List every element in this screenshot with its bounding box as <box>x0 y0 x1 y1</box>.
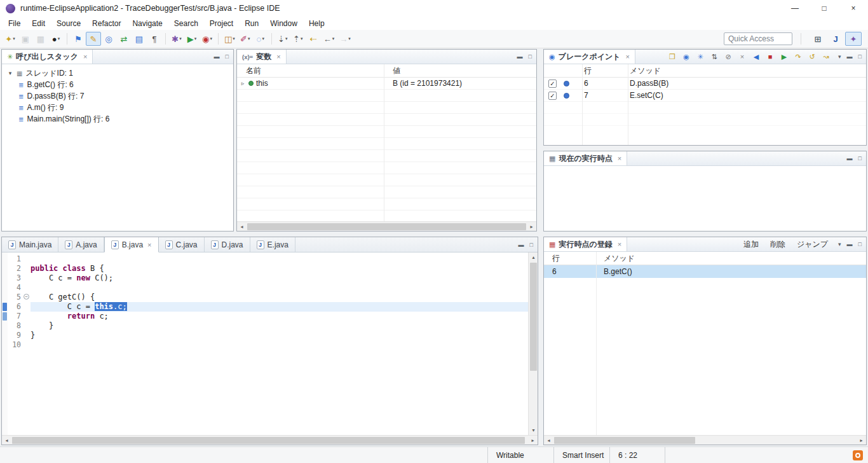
call-stack-frame[interactable]: ≣D.passB(B) 行: 7 <box>2 90 233 102</box>
breakpoint-checkbox[interactable]: ✓ <box>548 92 557 100</box>
close-window-button[interactable]: × <box>839 0 868 17</box>
scroll-right-icon[interactable]: ▸ <box>527 222 536 231</box>
minimize-view-icon[interactable]: ▬ <box>214 53 220 60</box>
column-header-value[interactable]: 値 <box>384 64 536 77</box>
call-stack-frame[interactable]: ≣B.getC() 行: 6 <box>2 79 233 90</box>
minimize-view-icon[interactable]: ▬ <box>519 242 524 248</box>
scroll-left-icon[interactable]: ◂ <box>237 222 247 231</box>
account-button[interactable]: ●▾ <box>48 32 64 46</box>
open-trace-button[interactable]: ◫▾ <box>222 32 238 46</box>
editor-tab-c-java[interactable]: JC.java <box>159 237 205 252</box>
scrollbar-thumb[interactable] <box>12 437 525 444</box>
editor-hscrollbar[interactable]: ◂ ▸ <box>2 435 538 445</box>
scroll-right-icon[interactable]: ▸ <box>857 436 866 445</box>
variable-expander-icon[interactable]: ▹ <box>240 80 246 86</box>
column-header-method[interactable]: メソッド <box>628 64 866 77</box>
close-view-icon[interactable]: × <box>83 53 87 60</box>
code-area[interactable]: public class B { C c = new C(); C getC()… <box>31 254 528 350</box>
show-whitespace-button[interactable]: ¶ <box>147 32 162 46</box>
code-line[interactable]: } <box>31 331 528 340</box>
trace-edit-button[interactable]: ✎ <box>86 32 101 46</box>
menu-navigate[interactable]: Navigate <box>126 18 168 29</box>
scroll-left-icon[interactable]: ◂ <box>544 436 553 445</box>
add-button[interactable]: 追加 <box>738 239 764 250</box>
exec-points-view-tab[interactable]: ▦ 実行時点の登録 × <box>544 237 627 251</box>
editor-body[interactable]: 12345678910 − public class B { C c = new… <box>2 252 538 435</box>
forward-button[interactable]: →▾ <box>337 32 353 46</box>
fold-collapse-icon[interactable]: − <box>24 294 29 300</box>
scroll-right-icon[interactable]: ▸ <box>528 436 538 445</box>
scroll-left-icon[interactable]: ◂ <box>2 436 11 445</box>
maximize-view-icon[interactable]: □ <box>858 155 862 162</box>
remove-breakpoint-button[interactable]: × <box>736 50 749 63</box>
menu-window[interactable]: Window <box>264 18 303 29</box>
column-header-line[interactable]: 行 <box>582 64 628 77</box>
convert-breakpoint-button[interactable]: ✳ <box>694 50 707 63</box>
search-trace-button[interactable]: ✐▾ <box>238 32 253 46</box>
step-back-button[interactable]: ◀ <box>750 50 763 63</box>
menu-help[interactable]: Help <box>303 18 330 29</box>
maximize-view-icon[interactable]: □ <box>858 53 862 60</box>
code-line[interactable]: C c = new C(); <box>31 273 528 283</box>
column-header-check[interactable] <box>544 64 582 77</box>
menu-project[interactable]: Project <box>204 18 239 29</box>
call-stack-view-tab[interactable]: ✳ 呼び出しスタック × <box>2 50 93 64</box>
minimize-view-icon[interactable]: ▬ <box>517 53 523 60</box>
current-exec-view-tab[interactable]: ▦ 現在の実行時点 × <box>544 151 627 165</box>
mark-occurrences-button[interactable]: ◌▾ <box>253 32 268 46</box>
variables-view-tab[interactable]: (x)= 変数 × <box>237 50 287 64</box>
close-view-icon[interactable]: × <box>618 240 621 248</box>
column-header-name[interactable]: 名前 <box>237 64 384 77</box>
editor-vscrollbar[interactable]: ▴ ▾ <box>528 252 538 435</box>
view-menu-icon[interactable]: ▾ <box>838 53 841 60</box>
code-line[interactable] <box>31 254 528 264</box>
maximize-view-icon[interactable]: □ <box>226 53 229 60</box>
maximize-view-icon[interactable]: □ <box>530 242 533 248</box>
maximize-view-icon[interactable]: □ <box>529 53 532 60</box>
column-header-method[interactable]: メソッド <box>596 252 866 265</box>
sort-breakpoints-button[interactable]: ⇅ <box>708 50 721 63</box>
last-edit-location-button[interactable]: ⇠ <box>306 32 321 46</box>
exec-points-hscrollbar[interactable]: ◂ ▸ <box>544 435 866 445</box>
editor-tab-d-java[interactable]: JD.java <box>205 237 250 252</box>
menu-source[interactable]: Source <box>51 18 86 29</box>
minimize-window-button[interactable]: — <box>780 0 810 17</box>
next-annotation-button[interactable]: ⇣▾ <box>275 32 290 46</box>
scroll-down-icon[interactable]: ▾ <box>529 425 538 435</box>
code-line[interactable]: return c; <box>31 312 528 321</box>
scroll-up-icon[interactable]: ▴ <box>529 252 538 262</box>
breakpoints-view-tab[interactable]: ◉ ブレークポイント × <box>544 50 635 64</box>
editor-tab-e-java[interactable]: JE.java <box>250 237 295 252</box>
variables-hscrollbar[interactable]: ◂ ▸ <box>237 221 536 231</box>
back-button[interactable]: ←▾ <box>321 32 337 46</box>
notification-icon[interactable] <box>853 450 863 460</box>
menu-edit[interactable]: Edit <box>26 18 51 29</box>
scrollbar-thumb[interactable] <box>247 223 526 230</box>
close-view-icon[interactable]: × <box>618 155 621 162</box>
compare-trace-button[interactable]: ⇄ <box>116 32 132 46</box>
skip-breakpoints-button[interactable]: ⚑ <box>71 32 86 46</box>
new-wizard-button[interactable]: ✦▾ <box>3 32 18 46</box>
call-stack-frame[interactable]: ≣A.m() 行: 9 <box>2 102 233 113</box>
java-perspective-button[interactable]: J <box>827 32 844 46</box>
editor-tab-b-java[interactable]: JB.java× <box>104 237 159 252</box>
code-line[interactable]: } <box>31 321 528 331</box>
call-stack-frame[interactable]: ≣Main.main(String[]) 行: 6 <box>2 113 233 125</box>
minimize-view-icon[interactable]: ▬ <box>847 241 853 247</box>
open-perspective-button[interactable]: ⊞ <box>810 32 826 46</box>
quick-access-box[interactable]: Quick Access <box>724 32 792 45</box>
jump-button[interactable]: ジャンプ <box>791 239 834 250</box>
expander-icon[interactable]: ▾ <box>7 70 13 76</box>
close-view-icon[interactable]: × <box>626 53 630 60</box>
code-line[interactable] <box>31 283 528 293</box>
menu-run[interactable]: Run <box>239 18 264 29</box>
code-line[interactable] <box>31 340 528 350</box>
report-button[interactable]: ▤ <box>132 32 147 46</box>
view-menu-icon[interactable]: ▾ <box>838 241 841 247</box>
open-trace-file-button[interactable]: ❒ <box>666 50 679 63</box>
menu-search[interactable]: Search <box>168 18 204 29</box>
close-tab-icon[interactable]: × <box>147 241 151 249</box>
step-over-button[interactable]: ↺ <box>806 50 818 63</box>
scrollbar-thumb[interactable] <box>530 263 537 371</box>
close-view-icon[interactable]: × <box>276 53 280 60</box>
